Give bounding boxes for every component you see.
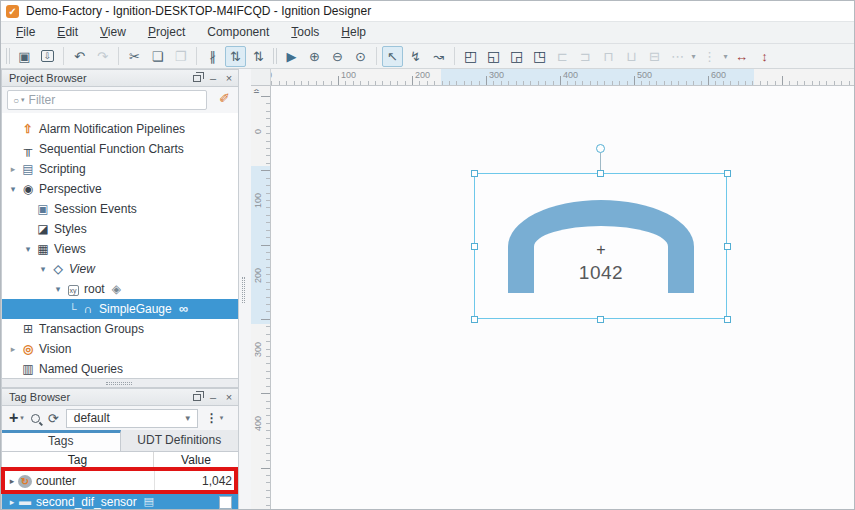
expander-icon[interactable]: ▸ bbox=[6, 339, 20, 359]
tree-item-styles[interactable]: Styles bbox=[2, 219, 238, 239]
simple-gauge-value: 1042 bbox=[508, 262, 694, 284]
save-all-button[interactable]: ⇩ bbox=[37, 46, 58, 67]
tree-item-named-queries[interactable]: Named Queries bbox=[2, 359, 238, 378]
tree-item-label: Perspective bbox=[39, 179, 102, 199]
panel-splitter-vertical[interactable] bbox=[239, 69, 251, 510]
expander-icon[interactable]: ▾ bbox=[51, 279, 65, 299]
tree-item-label: root bbox=[84, 279, 105, 299]
expander-icon[interactable]: ▸ bbox=[6, 159, 20, 179]
match-width-button[interactable]: ↔ bbox=[731, 46, 752, 67]
zoom-actual-button[interactable]: ⊙ bbox=[350, 46, 371, 67]
close-panel-icon[interactable]: × bbox=[222, 71, 236, 85]
menu-tools[interactable]: Tools bbox=[280, 22, 330, 43]
undo-button[interactable]: ↶ bbox=[69, 46, 90, 67]
float-panel-icon[interactable] bbox=[190, 390, 204, 404]
menu-component[interactable]: Component bbox=[196, 22, 280, 43]
expander-icon[interactable]: ▸ bbox=[6, 476, 18, 486]
comm-readwrite-button[interactable]: ⇅ bbox=[248, 46, 269, 67]
filter-box[interactable]: ○ ▾ bbox=[7, 90, 207, 110]
expander-icon[interactable]: ▸ bbox=[6, 497, 18, 507]
tree-item-transaction-groups[interactable]: Transaction Groups bbox=[2, 319, 238, 339]
chevron-down-icon[interactable]: ▾ bbox=[21, 96, 25, 104]
match-height-button[interactable]: ↕ bbox=[754, 46, 775, 67]
selection-handle[interactable] bbox=[724, 316, 731, 323]
tab-udt-definitions[interactable]: UDT Definitions bbox=[121, 430, 239, 451]
shape-subtract-button[interactable]: ◱ bbox=[483, 46, 504, 67]
tree-item-root[interactable]: ▾root bbox=[2, 279, 238, 299]
add-tag-button[interactable]: + bbox=[9, 409, 18, 427]
toolbar-separator bbox=[63, 47, 64, 65]
tree-item-views[interactable]: ▾Views bbox=[2, 239, 238, 259]
preview-play-button[interactable]: ▶ bbox=[281, 46, 302, 67]
shape-intersect-button[interactable]: ◲ bbox=[506, 46, 527, 67]
path-tool-button[interactable]: ↝ bbox=[428, 46, 449, 67]
shape-union-button[interactable]: ◰ bbox=[460, 46, 481, 67]
menu-edit[interactable]: Edit bbox=[46, 22, 89, 43]
selection-handle[interactable] bbox=[724, 170, 731, 177]
tag-provider-select[interactable]: default ▼ bbox=[66, 409, 198, 428]
selection-handle[interactable] bbox=[724, 243, 731, 250]
pin-panel-icon[interactable]: ✐ bbox=[219, 91, 230, 106]
zoom-out-button[interactable]: ⊖ bbox=[327, 46, 348, 67]
comm-off-button[interactable]: ∦ bbox=[202, 46, 223, 67]
value-checkbox[interactable] bbox=[219, 496, 232, 509]
tree-item-perspective[interactable]: ▾Perspective bbox=[2, 179, 238, 199]
rotation-handle[interactable] bbox=[596, 144, 605, 153]
chevron-down-icon[interactable]: ▾ bbox=[20, 414, 24, 422]
column-header-value[interactable]: Value bbox=[154, 452, 238, 469]
toolbar-separator bbox=[376, 47, 377, 65]
close-panel-icon[interactable]: × bbox=[222, 390, 236, 404]
save-button[interactable]: ▣ bbox=[14, 46, 35, 67]
tree-item-scripting[interactable]: ▸Scripting bbox=[2, 159, 238, 179]
filter-input[interactable] bbox=[29, 93, 206, 107]
tag-options-menu-icon[interactable]: ⋮ bbox=[206, 411, 218, 425]
expander-icon[interactable]: ▾ bbox=[6, 179, 20, 199]
shape-exclude-button[interactable]: ◳ bbox=[529, 46, 550, 67]
select-tool-button[interactable]: ↖ bbox=[382, 46, 403, 67]
tag-row-counter[interactable]: ▸counter1,042 bbox=[2, 470, 238, 492]
selection-handle[interactable] bbox=[597, 316, 604, 323]
tag-row-second_dif_sensor[interactable]: ▸second_dif_sensor bbox=[2, 492, 238, 510]
menu-help[interactable]: Help bbox=[330, 22, 377, 43]
menu-view[interactable]: View bbox=[89, 22, 137, 43]
selection-handle[interactable] bbox=[471, 170, 478, 177]
refresh-icon[interactable]: ⟳ bbox=[48, 411, 59, 426]
selection-handle[interactable] bbox=[471, 316, 478, 323]
tree-item-session-events[interactable]: Session Events bbox=[2, 199, 238, 219]
selection-handle[interactable] bbox=[471, 243, 478, 250]
chevron-down-icon[interactable]: ▾ bbox=[220, 414, 224, 422]
align-center-button: ⊟ bbox=[644, 46, 665, 67]
expander-icon[interactable]: └ bbox=[66, 299, 80, 319]
copy-button[interactable]: ❏ bbox=[147, 46, 168, 67]
tree-item-label: Vision bbox=[39, 339, 71, 359]
expander-icon[interactable]: ▾ bbox=[36, 259, 50, 279]
column-header-tag[interactable]: Tag bbox=[2, 452, 154, 469]
tree-item-view[interactable]: ▾View bbox=[2, 259, 238, 279]
search-tags-icon[interactable] bbox=[31, 414, 40, 423]
tree-item-sequential-function-charts[interactable]: Sequential Function Charts bbox=[2, 139, 238, 159]
tag-value-cell: 1,042 bbox=[154, 471, 238, 492]
minimize-panel-icon[interactable]: – bbox=[206, 390, 220, 404]
chevron-down-icon[interactable]: ▾ bbox=[721, 52, 730, 61]
toolbar-separator bbox=[454, 47, 455, 65]
title-bar: ✓ Demo-Factory - Ignition-DESKTOP-M4IFCQ… bbox=[1, 1, 854, 21]
selection-handle[interactable] bbox=[597, 170, 604, 177]
direct-select-tool-button[interactable]: ↯ bbox=[405, 46, 426, 67]
tab-tags[interactable]: Tags bbox=[2, 430, 121, 451]
tree-item-alarm-notification-pipelines[interactable]: Alarm Notification Pipelines bbox=[2, 119, 238, 139]
minimize-panel-icon[interactable]: – bbox=[206, 71, 220, 85]
cut-button[interactable]: ✂ bbox=[124, 46, 145, 67]
expander-icon[interactable]: ▾ bbox=[21, 239, 35, 259]
tree-item-label: Session Events bbox=[54, 199, 137, 219]
float-panel-icon[interactable] bbox=[190, 71, 204, 85]
menu-file[interactable]: File bbox=[5, 22, 46, 43]
tree-item-vision[interactable]: ▸Vision bbox=[2, 339, 238, 359]
comm-read-button[interactable]: ⇅ bbox=[225, 46, 246, 67]
tree-item-simplegauge[interactable]: └SimpleGauge bbox=[2, 299, 238, 319]
panel-splitter-horizontal[interactable] bbox=[1, 378, 239, 388]
tag-browser-tabs: Tags UDT Definitions bbox=[1, 430, 239, 452]
menu-project[interactable]: Project bbox=[137, 22, 196, 43]
chevron-down-icon[interactable]: ▾ bbox=[689, 52, 698, 61]
zoom-in-button[interactable]: ⊕ bbox=[304, 46, 325, 67]
tag-browser-header: Tag Browser – × bbox=[1, 388, 239, 406]
